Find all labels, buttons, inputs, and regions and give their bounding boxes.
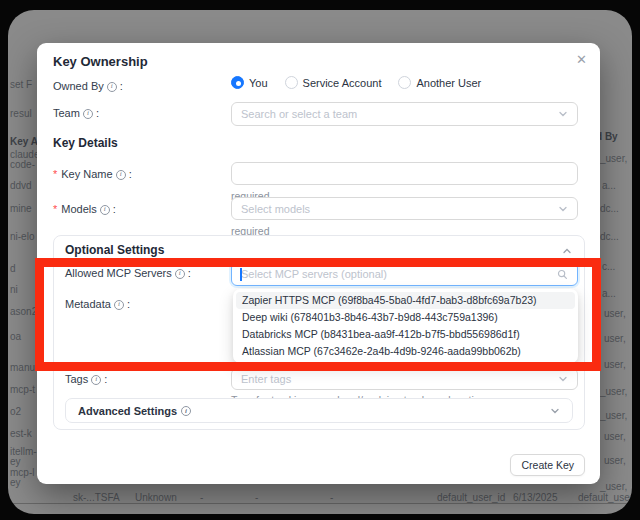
chevron-down-icon — [550, 406, 560, 416]
backdrop-text-fragment: mine — [10, 203, 32, 214]
radio-button-icon — [285, 76, 298, 89]
backdrop-table-cell: - — [255, 492, 258, 503]
backdrop-table-cell: 6/13/2025 — [513, 492, 558, 503]
key-details-section-title: Key Details — [53, 136, 118, 150]
radio-button-icon — [231, 76, 244, 89]
backdrop-text-fragment: ni-elo — [10, 231, 34, 242]
advanced-settings-toggle[interactable]: Advanced Settings i — [65, 398, 573, 423]
backdrop-table-cell: default_user, — [578, 492, 632, 503]
backdrop-text-fragment: est-k — [10, 428, 32, 439]
info-icon: i — [100, 205, 110, 215]
chevron-down-icon — [558, 109, 568, 119]
tags-label: Tags i: — [65, 373, 107, 386]
mcp-servers-input[interactable] — [241, 268, 557, 280]
backdrop-text-fragment: resul — [10, 108, 32, 119]
modal-title: Key Ownership — [53, 54, 148, 69]
backdrop-text-fragment: c... — [602, 261, 615, 272]
advanced-settings-label: Advanced Settings i — [78, 405, 191, 417]
required-mark: * — [53, 168, 57, 181]
key-name-label: * Key Name i: — [53, 168, 132, 181]
info-icon: i — [107, 82, 117, 92]
backdrop-text-fragment: Key A — [10, 136, 38, 147]
radio-option[interactable]: Another User — [398, 76, 481, 89]
owned-by-radio-group: You Service Account Another User — [231, 76, 481, 89]
mcp-server-option[interactable]: Atlassian MCP (67c3462e-2a4b-4d9b-9246-a… — [236, 343, 575, 360]
metadata-label: Metadata i: — [65, 298, 130, 311]
radio-option-label: Another User — [416, 77, 481, 89]
backdrop-footer-divider — [8, 503, 632, 504]
required-mark: * — [53, 203, 57, 216]
backdrop-text-fragment: mcp-t — [10, 384, 35, 395]
backdrop-text-fragment: _user, — [600, 410, 627, 421]
backdrop-text-fragment: a... — [602, 288, 616, 299]
backdrop-table-cell: default_user_id — [437, 492, 505, 503]
backdrop-text-fragment: a... — [602, 180, 616, 191]
info-icon: i — [181, 406, 191, 416]
create-key-modal: Key Ownership ✕ Owned By i: You Service … — [37, 43, 600, 484]
info-icon: i — [91, 375, 101, 385]
allowed-mcp-servers-label: Allowed MCP Servers i: — [65, 267, 191, 280]
backdrop-text-fragment: manu — [10, 362, 35, 373]
backdrop-text-fragment: _user, — [600, 481, 627, 492]
backdrop-text-fragment: user, — [604, 455, 626, 466]
mcp-server-option[interactable]: Databricks MCP (b8431bea-aa9f-412b-b7f5-… — [236, 326, 575, 343]
team-label: Team i: — [53, 107, 99, 120]
backdrop-text-fragment: user, — [604, 359, 626, 370]
radio-option[interactable]: You — [231, 76, 268, 89]
backdrop-text-fragment: code- — [10, 159, 35, 170]
app-window: set FresulKey Aclaudecode-ddvdmineni-elo… — [8, 10, 632, 514]
models-select[interactable]: Select models — [231, 197, 578, 220]
info-icon: i — [175, 269, 185, 279]
backdrop-text-fragment: ason2 — [10, 306, 37, 317]
mcp-servers-search-field[interactable] — [231, 262, 578, 286]
key-name-input[interactable] — [241, 168, 568, 180]
close-icon[interactable]: ✕ — [576, 52, 587, 68]
radio-option-label: Service Account — [303, 77, 382, 89]
backdrop-text-fragment: user, — [604, 333, 626, 344]
backdrop-text-fragment: user, — [604, 308, 626, 319]
backdrop-text-fragment: user, — [604, 431, 626, 442]
search-icon — [557, 269, 568, 280]
backdrop-text-fragment: oa — [10, 331, 21, 342]
radio-option[interactable]: Service Account — [285, 76, 382, 89]
mcp-server-option[interactable]: Zapier HTTPS MCP (69f8ba45-5ba0-4fd7-bab… — [236, 292, 575, 309]
backdrop-text-fragment: ni — [10, 284, 18, 295]
backdrop-text-fragment: set F — [10, 79, 32, 90]
mcp-server-dropdown: Zapier HTTPS MCP (69f8ba45-5ba0-4fd7-bab… — [233, 289, 578, 363]
backdrop-table-cell: Unknown — [135, 492, 177, 503]
card-header-divider — [54, 259, 584, 260]
radio-button-icon — [398, 76, 411, 89]
info-icon: i — [83, 109, 93, 119]
chevron-up-icon[interactable] — [562, 246, 572, 256]
tags-select[interactable]: Enter tags — [231, 368, 578, 390]
backdrop-table-cell: - — [200, 492, 203, 503]
backdrop-table-cell: sk-...TSFA — [73, 492, 120, 503]
create-key-button[interactable]: Create Key — [510, 454, 585, 476]
optional-settings-title: Optional Settings — [65, 243, 164, 257]
chevron-down-icon — [558, 204, 568, 214]
models-label: * Models i: — [53, 203, 116, 216]
key-name-field-wrap — [231, 162, 578, 185]
backdrop-text-fragment: o2 — [10, 406, 21, 417]
backdrop-text-fragment: ddvd — [10, 180, 32, 191]
backdrop-text-fragment: dc... — [600, 231, 619, 242]
backdrop-table-cell: - — [330, 492, 333, 503]
info-icon: i — [116, 170, 126, 180]
team-select[interactable]: Search or select a team — [231, 102, 578, 126]
backdrop-text-fragment: dc... — [600, 203, 619, 214]
backdrop-text-fragment: d — [10, 263, 16, 274]
owned-by-label: Owned By i: — [53, 80, 123, 93]
radio-option-label: You — [249, 77, 268, 89]
backdrop-text-fragment: ey — [10, 477, 21, 488]
text-caret — [240, 268, 242, 281]
backdrop-text-fragment: _user, — [600, 386, 627, 397]
info-icon: i — [114, 300, 124, 310]
backdrop-text-fragment: ey — [10, 456, 21, 467]
chevron-down-icon — [558, 374, 568, 384]
screenshot-root: set FresulKey Aclaudecode-ddvdmineni-elo… — [0, 0, 640, 520]
mcp-server-option[interactable]: Deep wiki (678401b3-8b46-43b7-b9d8-443c7… — [236, 309, 575, 326]
backdrop-text-fragment: _user, — [600, 153, 627, 164]
